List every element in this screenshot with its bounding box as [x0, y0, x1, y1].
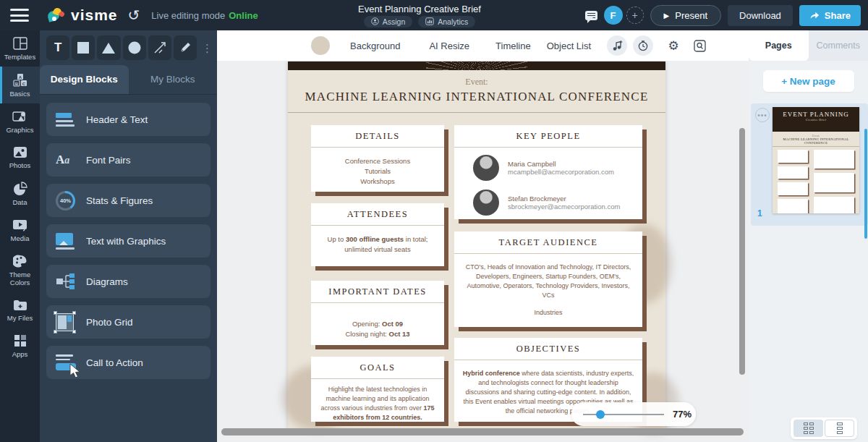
sidebar-item-templates[interactable]: Templates	[0, 30, 40, 67]
card-goals[interactable]: GOALS Highlight the latest technologies …	[311, 357, 444, 422]
page-header-image	[288, 61, 665, 70]
basics-icon: A B C	[13, 73, 27, 87]
visme-logo[interactable]: visme	[46, 7, 118, 24]
page-title-band: Event: MACHINE LEARNING INTERNATIONAL CO…	[288, 70, 665, 113]
hamburger-menu-icon[interactable]	[10, 9, 29, 22]
analytics-button[interactable]: Analytics	[418, 16, 475, 27]
comments-icon[interactable]	[585, 11, 597, 20]
analytics-chart-icon	[425, 17, 434, 25]
person-row: Stefan Brockmeyer sbrockmeyer@acmecorpor…	[454, 182, 642, 217]
vertical-scrollbar[interactable]	[739, 128, 745, 375]
online-status: Online	[229, 10, 258, 21]
sidebar-item-basics[interactable]: A B C Basics	[0, 67, 40, 103]
timer-button[interactable]	[633, 35, 653, 56]
music-note-plus-icon	[611, 40, 623, 51]
sidebar-item-my-files[interactable]: My Files	[0, 292, 40, 328]
sidebar-item-apps[interactable]: Apps	[0, 328, 40, 364]
triangle-icon	[101, 42, 116, 54]
circle-shape-button[interactable]	[123, 35, 146, 60]
card-attendees[interactable]: ATTENDEES Up to 300 offline guests in to…	[311, 203, 444, 266]
ai-resize-button[interactable]: AI Resize	[429, 41, 469, 51]
target-audience-body: CTO's, Heads of Innovation and Technolog…	[454, 254, 642, 318]
project-title[interactable]: Event Planning Creative Brief	[358, 4, 481, 14]
card-important-dates[interactable]: IMPORTANT DATES Opening: Oct 09 Closing …	[311, 281, 444, 345]
media-icon	[12, 218, 28, 231]
data-pie-icon	[13, 182, 27, 195]
panel-scrollbar[interactable]	[864, 129, 867, 239]
block-item-photo-grid[interactable]: Photo Grid	[46, 305, 210, 339]
grid-view-button[interactable]	[793, 420, 823, 437]
line-arrow-tool-button[interactable]	[148, 35, 171, 60]
assign-button[interactable]: Assign	[364, 16, 413, 27]
more-tools-button[interactable]: ⋮	[202, 46, 213, 50]
sidebar-item-photos[interactable]: Photos	[0, 140, 40, 175]
svg-text:C: C	[22, 82, 25, 86]
new-page-button[interactable]: + New page	[763, 70, 854, 92]
zoom-slider[interactable]	[583, 414, 664, 415]
sidebar-item-graphics[interactable]: Graphics	[0, 103, 40, 140]
card-key-people[interactable]: KEY PEOPLE Maria Campbell mcampbell@acme…	[454, 125, 642, 219]
square-shape-button[interactable]	[72, 35, 95, 60]
pen-icon	[179, 41, 192, 54]
person-name: Stefan Brockmeyer	[508, 195, 620, 203]
card-details[interactable]: DETAILS Conference Sessions Tutorials Wo…	[311, 125, 444, 192]
background-button[interactable]: Background	[350, 41, 400, 51]
timeline-button[interactable]: Timeline	[495, 41, 531, 51]
thumbnail-title-band: Event: MACHINE LEARNING INTERNATIONAL CO…	[773, 132, 859, 147]
attendees-body: Up to 300 offline guests in total; unlim…	[311, 226, 444, 255]
event-title: MACHINE LEARNING INTERNATIONAL CONFERENC…	[288, 90, 665, 104]
tab-pages[interactable]: Pages	[749, 30, 809, 61]
undo-icon[interactable]: ↺	[128, 8, 140, 22]
block-item-header-text[interactable]: Header & Text	[46, 103, 210, 136]
list-view-button[interactable]	[825, 420, 854, 437]
add-collaborator-button[interactable]: +	[626, 7, 644, 24]
shape-toolbar: T ⋮	[40, 30, 217, 65]
page-number: 1	[757, 208, 762, 218]
block-item-diagrams[interactable]: Diagrams	[46, 265, 210, 298]
top-bar: visme ↺ Live editing modeOnline Event Pl…	[0, 0, 868, 30]
zoom-find-button[interactable]	[689, 35, 710, 56]
text-tool-button[interactable]: T	[46, 35, 69, 60]
objectives-title: OBJECTIVES	[454, 338, 642, 360]
templates-icon	[13, 37, 27, 50]
settings-gear-icon[interactable]: ⚙	[663, 35, 684, 56]
important-dates-title: IMPORTANT DATES	[311, 281, 444, 303]
grid-view-icon	[804, 422, 814, 434]
thumbnail-header: EVENT PLANNING Creative Brief	[773, 107, 859, 132]
block-item-font-pairs[interactable]: Aa Font Pairs	[46, 143, 210, 177]
svg-text:A: A	[18, 75, 22, 80]
tab-comments[interactable]: Comments	[809, 30, 868, 61]
document-page[interactable]: Event: MACHINE LEARNING INTERNATIONAL CO…	[288, 61, 665, 430]
page-options-icon[interactable]: •••	[755, 108, 770, 122]
background-color-swatch[interactable]	[311, 36, 330, 55]
present-button[interactable]: ▶ Present	[650, 5, 722, 26]
tab-my-blocks[interactable]: My Blocks	[129, 65, 218, 94]
visme-logo-icon	[46, 7, 65, 24]
card-target-audience[interactable]: TARGET AUDIENCE CTO's, Heads of Innovati…	[454, 231, 642, 327]
pen-tool-button[interactable]	[174, 35, 197, 60]
horizontal-scrollbar[interactable]	[221, 428, 744, 435]
share-button[interactable]: Share	[799, 5, 861, 26]
mouse-cursor-icon	[69, 363, 82, 379]
sidebar-item-data[interactable]: Data	[0, 175, 40, 212]
download-button[interactable]: Download	[728, 5, 793, 26]
user-avatar[interactable]: F	[604, 6, 623, 25]
page-thumbnail[interactable]: EVENT PLANNING Creative Brief Event: MAC…	[773, 107, 859, 213]
details-line: Tutorials	[318, 166, 437, 177]
zoom-slider-handle[interactable]	[596, 410, 605, 419]
tab-design-blocks[interactable]: Design Blocks	[40, 65, 129, 94]
add-music-button[interactable]	[607, 35, 627, 56]
sidebar-item-media[interactable]: Media	[0, 212, 40, 248]
pages-panel-tabs: Pages Comments	[749, 30, 868, 61]
block-item-text-with-graphics[interactable]: Text with Graphics	[46, 224, 210, 258]
object-list-button[interactable]: Object List	[547, 41, 591, 51]
details-line: Conference Sessions	[318, 156, 437, 166]
sidebar-item-theme-colors[interactable]: Theme Colors	[0, 248, 40, 292]
stats-ring-icon: 40%	[56, 191, 75, 211]
zoom-percentage: 77%	[673, 409, 692, 420]
block-item-stats-figures[interactable]: 40% Stats & Figures	[46, 184, 210, 217]
page-list-item-1[interactable]: ••• 1 EVENT PLANNING Creative Brief Even…	[751, 103, 868, 226]
triangle-shape-button[interactable]	[97, 35, 120, 60]
font-pairs-icon: Aa	[56, 153, 69, 167]
target-audience-sub: Industries	[461, 308, 635, 318]
